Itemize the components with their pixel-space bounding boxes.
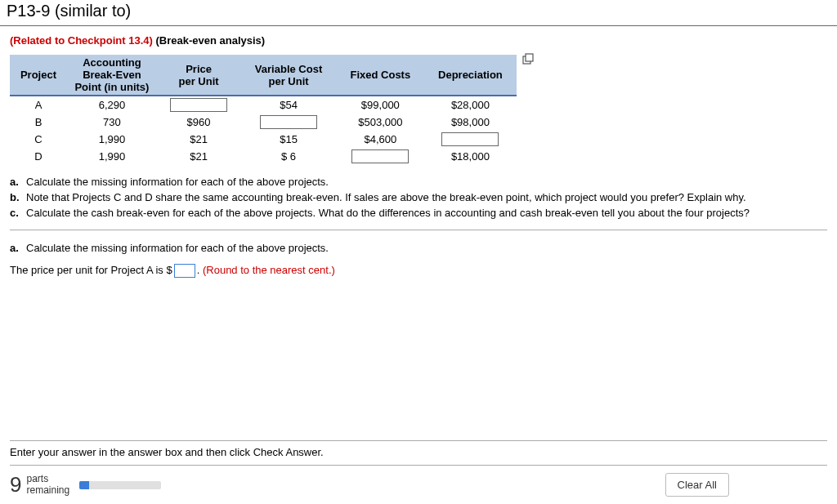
cell-abep: 1,990: [67, 131, 157, 148]
current-text: Calculate the missing information for ea…: [26, 240, 329, 256]
col-fixed: Fixed Costs: [337, 55, 424, 96]
table-row: C 1,990 $21 $15 $4,600: [10, 131, 517, 148]
q-label-c: c.: [10, 206, 26, 221]
svg-rect-1: [526, 54, 533, 61]
col-varcost: Variable Costper Unit: [240, 55, 337, 96]
q-text-a: Calculate the missing information for ea…: [26, 175, 329, 190]
related-line: (Related to Checkpoint 13.4) (Break-even…: [10, 34, 827, 47]
cell-depr: $98,000: [424, 114, 517, 131]
footer-hint: Enter your answer in the answer box and …: [10, 440, 827, 466]
cell-fixed: $4,600: [337, 131, 424, 148]
cell-price: $960: [157, 114, 240, 131]
progress-bar: [79, 481, 161, 489]
cell-project: A: [10, 96, 67, 114]
checkpoint-ref: (Related to Checkpoint 13.4): [10, 34, 153, 47]
clear-all-button[interactable]: Clear All: [665, 473, 729, 497]
cell-fixed: $503,000: [337, 114, 424, 131]
table-row: D 1,990 $21 $ 6 $18,000: [10, 148, 517, 165]
problem-title: P13-9 (similar to): [7, 2, 131, 20]
blank-input[interactable]: [170, 98, 227, 112]
blank-input[interactable]: [260, 115, 317, 129]
cell-abep: 6,290: [67, 96, 157, 114]
cell-project: D: [10, 148, 67, 165]
current-part: a. Calculate the missing information for…: [10, 240, 827, 279]
col-project: Project: [10, 55, 67, 96]
problem-header: P13-9 (similar to): [0, 0, 837, 26]
q-label-b: b.: [10, 190, 26, 206]
cell-price: $21: [157, 131, 240, 148]
cell-varcost: $54: [240, 96, 337, 114]
answer-input[interactable]: [174, 264, 195, 278]
answer-row: The price per unit for Project A is $. (…: [10, 262, 827, 279]
progress-fill: [79, 481, 89, 489]
blank-input[interactable]: [441, 132, 499, 146]
footer-bar: 9 parts remaining Clear All: [10, 472, 827, 497]
q-label-a: a.: [10, 175, 26, 190]
cell-fixed: $99,000: [337, 96, 424, 114]
parts-label: parts remaining: [26, 474, 69, 495]
table-row: B 730 $960 $503,000 $98,000: [10, 114, 517, 131]
cell-depr: [424, 131, 517, 148]
parts-word: parts: [26, 473, 48, 484]
col-price: Priceper Unit: [157, 55, 240, 96]
cell-depr: $18,000: [424, 148, 517, 165]
popout-icon[interactable]: [521, 53, 535, 69]
rounding-hint: (Round to the nearest cent.): [203, 264, 335, 276]
prompt-pre: The price per unit for Project A is $: [10, 264, 172, 276]
project-table: Project AccountingBreak-EvenPoint (in un…: [10, 55, 517, 165]
cell-varcost: [240, 114, 337, 131]
prompt-post: .: [197, 264, 203, 276]
data-table-wrapper: Project AccountingBreak-EvenPoint (in un…: [10, 55, 533, 165]
cell-price: $21: [157, 148, 240, 165]
blank-input[interactable]: [351, 149, 409, 163]
question-list: a.Calculate the missing information for …: [10, 175, 827, 230]
remaining-word: remaining: [26, 484, 69, 496]
cell-project: C: [10, 131, 67, 148]
content-area: (Related to Checkpoint 13.4) (Break-even…: [0, 26, 837, 287]
parts-count: 9: [10, 472, 21, 497]
parts-remaining: 9 parts remaining: [10, 472, 161, 497]
footer: Enter your answer in the answer box and …: [0, 432, 837, 504]
q-text-b: Note that Projects C and D share the sam…: [26, 190, 746, 206]
cell-abep: 1,990: [67, 148, 157, 165]
current-label: a.: [10, 240, 26, 256]
cell-abep: 730: [67, 114, 157, 131]
table-row: A 6,290 $54 $99,000 $28,000: [10, 96, 517, 114]
col-depr: Depreciation: [424, 55, 517, 96]
cell-varcost: $15: [240, 131, 337, 148]
q-text-c: Calculate the cash break-even for each o…: [26, 206, 750, 221]
cell-price: [157, 96, 240, 114]
col-abep: AccountingBreak-EvenPoint (in units): [67, 55, 157, 96]
cell-project: B: [10, 114, 67, 131]
cell-fixed: [337, 148, 424, 165]
cell-depr: $28,000: [424, 96, 517, 114]
topic-label: (Break-even analysis): [155, 34, 265, 47]
cell-varcost: $ 6: [240, 148, 337, 165]
